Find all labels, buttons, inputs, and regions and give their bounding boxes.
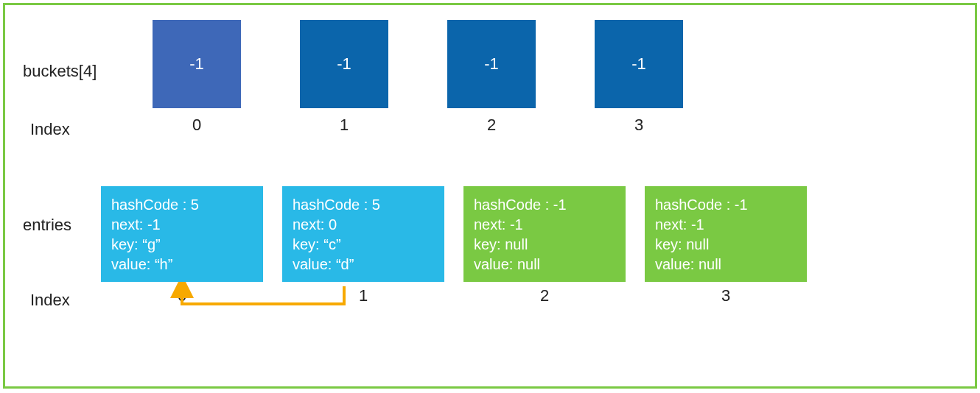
entry-index-2: 2 — [463, 286, 626, 305]
entries-row: entries hashCode : 5 next: -1 key: “g” v… — [13, 186, 967, 282]
entry-3-hashcode: hashCode : -1 — [655, 195, 797, 215]
entry-3-key: key: null — [655, 235, 797, 255]
entry-0-next: next: -1 — [111, 215, 253, 235]
entry-index-1: 1 — [282, 286, 444, 305]
entry-3-next: next: -1 — [655, 215, 797, 235]
entry-2-value: value: null — [474, 255, 615, 275]
entry-2-key: key: null — [474, 235, 615, 255]
entries-index-label: Index — [30, 291, 70, 310]
bucket-index-0: 0 — [153, 116, 241, 135]
entry-1-next: next: 0 — [293, 215, 434, 235]
bucket-3: -1 — [595, 20, 683, 108]
buckets-index-label: Index — [30, 120, 70, 139]
entry-0-value: value: “h” — [111, 255, 253, 275]
entry-1-value: value: “d” — [293, 255, 434, 275]
entry-1: hashCode : 5 next: 0 key: “c” value: “d” — [282, 186, 444, 282]
bucket-index-3: 3 — [595, 116, 683, 135]
entry-0: hashCode : 5 next: -1 key: “g” value: “h… — [101, 186, 263, 282]
entry-2: hashCode : -1 next: -1 key: null value: … — [463, 186, 626, 282]
entry-1-hashcode: hashCode : 5 — [293, 195, 434, 215]
entry-2-hashcode: hashCode : -1 — [474, 195, 615, 215]
entry-index-3: 3 — [645, 286, 807, 305]
entry-3-value: value: null — [655, 255, 797, 275]
buckets-row: buckets[4] -1 -1 -1 -1 — [13, 20, 967, 108]
bucket-index-2: 2 — [447, 116, 536, 135]
entry-index-0: 0 — [101, 286, 263, 305]
bucket-2: -1 — [447, 20, 536, 108]
entry-1-key: key: “c” — [293, 235, 434, 255]
buckets-label: buckets[4] — [13, 47, 101, 81]
bucket-index-1: 1 — [300, 116, 388, 135]
buckets-boxes: -1 -1 -1 -1 — [153, 20, 683, 108]
bucket-1: -1 — [300, 20, 388, 108]
buckets-index-row: 0 1 2 3 — [153, 116, 967, 135]
entry-0-hashcode: hashCode : 5 — [111, 195, 253, 215]
entry-0-key: key: “g” — [111, 235, 253, 255]
entry-3: hashCode : -1 next: -1 key: null value: … — [645, 186, 807, 282]
entries-boxes: hashCode : 5 next: -1 key: “g” value: “h… — [101, 186, 807, 282]
bucket-0: -1 — [153, 20, 241, 108]
entries-index-row: 0 1 2 3 — [101, 286, 967, 305]
diagram-frame: buckets[4] -1 -1 -1 -1 Index 0 1 2 3 ent… — [3, 3, 977, 389]
entries-label: entries — [13, 186, 101, 235]
entry-2-next: next: -1 — [474, 215, 615, 235]
